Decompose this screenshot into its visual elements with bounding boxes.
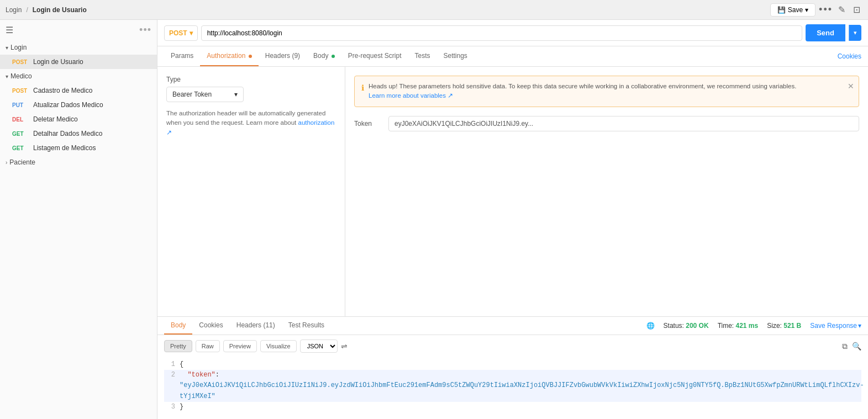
method-select[interactable]: POST ▾ [164,25,198,41]
tab-params[interactable]: Params [164,46,200,66]
line-number: 3 [164,402,175,412]
format-bar: Pretty Raw Preview Visualize JSON ⇌ ⧉ 🔍 [164,340,861,353]
line-content: } [180,402,861,412]
sidebar-group-medico-header[interactable]: ▾ Medico [0,69,157,83]
tab-headers[interactable]: Headers (9) [259,46,307,66]
format-preview-button[interactable]: Preview [223,340,257,352]
sidebar-item-label: Login de Usuario [33,58,83,66]
sidebar-item-atualizar-medico[interactable]: PUT Atualizar Dados Medico [0,98,157,112]
alert-box: ℹ Heads up! These parameters hold sensit… [354,76,859,107]
auth-panel: Type Bearer Token ▾ The authorization he… [157,67,868,316]
response-section: Body Cookies Headers (11) Test Results 🌐… [157,316,868,419]
auth-description: The authorization header will be automat… [166,109,336,137]
tab-active-dot [249,55,252,58]
variables-link[interactable]: Learn more about variables ↗ [369,92,453,99]
chevron-right-icon: › [6,160,7,166]
line-content: "token": "eyJ0eXAiOiJKV1QiLCJhbGciOiJIUz… [180,370,864,402]
sidebar-group-login-label: Login [10,44,27,51]
auth-right-panel: ℹ Heads up! These parameters hold sensit… [345,67,868,316]
type-label: Type [166,76,336,83]
sidebar-group-login-header[interactable]: ▾ Login [0,40,157,55]
code-line-3: 3 } [164,402,861,412]
more-options-icon[interactable]: ••• [819,4,833,15]
tab-pre-request[interactable]: Pre-request Script [341,46,408,66]
resp-tab-body[interactable]: Body [164,317,192,335]
method-get-badge: GET [12,145,30,151]
sidebar-item-cadastro-medico[interactable]: POST Cadastro de Medico [0,83,157,98]
auth-left-panel: Type Bearer Token ▾ The authorization he… [157,67,345,316]
format-pretty-button[interactable]: Pretty [164,340,192,352]
sidebar-group-paciente-label: Paciente [9,158,35,166]
sidebar-group-login: ▾ Login POST Login de Usuario [0,40,157,69]
sidebar-item-detalhar-medico[interactable]: GET Detalhar Dados Medico [0,126,157,141]
sidebar-item-label: Deletar Medico [33,115,78,123]
method-put-badge: PUT [12,102,30,108]
save-button[interactable]: 💾 Save ▾ [770,3,816,17]
type-dropdown-icon: ▾ [234,91,238,98]
sidebar-item-listagem-medicos[interactable]: GET Listagem de Medicos [0,141,157,155]
sidebar-header: ☰ ••• [0,20,157,40]
code-line-2: 2 "token": "eyJ0eXAiOiJKV1QiLCJhbGciOiJI… [164,370,861,402]
tab-settings[interactable]: Settings [437,46,474,66]
search-button[interactable]: 🔍 [852,342,861,351]
token-row: Token [354,116,859,131]
sidebar-item-login-usuario[interactable]: POST Login de Usuario [0,55,157,69]
breadcrumb-parent[interactable]: Login [6,6,22,14]
search-input[interactable] [17,26,136,34]
method-dropdown-icon: ▾ [190,29,193,37]
time-label: Time: 421 ms [718,322,759,330]
token-input[interactable] [388,116,859,131]
cookies-link[interactable]: Cookies [838,52,861,60]
sidebar: ☰ ••• ▾ Login POST Login de Usuario ▾ Me… [0,20,157,419]
code-line-1: 1 { [164,359,861,370]
line-number: 2 [164,370,175,402]
sidebar-item-deletar-medico[interactable]: DEL Deletar Medico [0,112,157,126]
type-select[interactable]: Bearer Token ▾ [166,87,244,102]
resp-tab-headers[interactable]: Headers (11) [230,317,282,335]
chevron-down-icon: ▾ [6,45,8,51]
method-get-badge: GET [12,131,30,137]
copy-button[interactable]: ⧉ [842,342,848,351]
alert-close-button[interactable]: ✕ [848,81,854,92]
tab-authorization[interactable]: Authorization [200,46,258,66]
sidebar-item-label: Listagem de Medicos [33,144,96,152]
sidebar-group-medico-label: Medico [10,72,32,80]
wrap-icon[interactable]: ⇌ [341,342,348,351]
code-area: 1 { 2 "token": "eyJ0eXAiOiJKV1QiLCJhbGci… [164,357,861,415]
format-raw-button[interactable]: Raw [196,340,220,352]
time-value: 421 ms [736,322,759,330]
tab-tests[interactable]: Tests [408,46,436,66]
method-post-badge: POST [12,59,30,65]
line-number: 1 [164,359,175,370]
sidebar-item-label: Atualizar Dados Medico [33,101,103,109]
menu-icon[interactable]: ☰ [6,25,13,35]
sidebar-group-paciente-header[interactable]: › Paciente [0,155,157,169]
globe-icon: 🌐 [646,322,655,330]
status-value: 200 OK [686,322,708,330]
tabs-bar: Params Authorization Headers (9) Body Pr… [157,46,868,67]
resp-actions: ⧉ 🔍 [842,342,861,351]
send-button[interactable]: Send [806,24,845,41]
save-dropdown-icon[interactable]: ▾ [805,6,808,14]
resp-tab-cookies[interactable]: Cookies [192,317,229,335]
save-response-button[interactable]: Save Response ▾ [810,322,861,330]
resp-tab-test-results[interactable]: Test Results [282,317,331,335]
response-tabs-bar: Body Cookies Headers (11) Test Results 🌐… [157,317,868,335]
tab-body[interactable]: Body [307,46,341,66]
size-value: 521 B [783,322,801,330]
info-icon: ℹ [361,82,364,94]
token-label: Token [354,120,382,128]
url-input[interactable] [201,25,803,41]
send-dropdown-button[interactable]: ▾ [849,25,861,41]
tab-body-dot [332,55,335,58]
save-icon: 💾 [777,6,786,14]
type-form-group: Type Bearer Token ▾ [166,76,336,102]
response-body: Pretty Raw Preview Visualize JSON ⇌ ⧉ 🔍 [157,335,868,419]
json-format-select[interactable]: JSON [300,340,338,353]
format-visualize-button[interactable]: Visualize [260,340,297,352]
sidebar-more-icon[interactable]: ••• [139,24,151,36]
method-value: POST [169,29,187,37]
split-view-button[interactable]: ⊡ [851,2,862,17]
edit-button[interactable]: ✎ [836,2,848,17]
line-content: { [180,359,861,370]
